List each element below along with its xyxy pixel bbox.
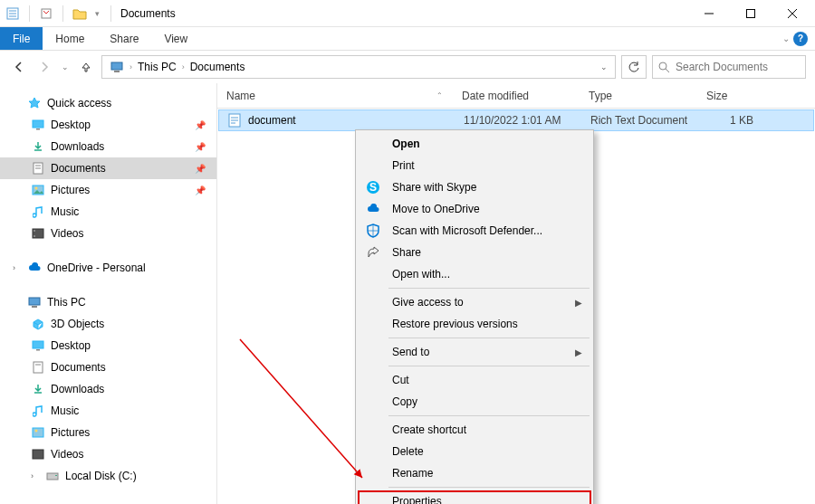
svg-rect-13	[33, 120, 43, 128]
svg-rect-35	[55, 475, 57, 476]
svg-rect-34	[47, 473, 58, 480]
sidebar-item-pictures[interactable]: Pictures 📌	[0, 179, 216, 201]
downloads-icon	[31, 139, 45, 154]
onedrive-header[interactable]: › OneDrive - Personal	[0, 257, 216, 279]
address-dropdown-icon[interactable]: ⌄	[600, 62, 608, 71]
pin-icon: 📌	[195, 120, 206, 130]
menu-restore[interactable]: Restore previous versions	[358, 313, 591, 335]
navigation-bar: ⌄ › This PC › Documents ⌄ Search Documen…	[0, 51, 815, 83]
breadcrumb-folder[interactable]: Documents	[187, 59, 249, 75]
cloud-icon	[27, 261, 42, 275]
music-icon	[31, 204, 45, 219]
file-size: 1 KB	[699, 114, 762, 127]
chevron-right-icon[interactable]: ›	[182, 62, 185, 71]
network-header[interactable]: › Network	[0, 499, 216, 504]
svg-rect-27	[36, 349, 40, 351]
recent-dropdown-icon[interactable]: ⌄	[60, 57, 71, 77]
qat-properties-icon[interactable]	[39, 6, 53, 21]
file-type: Rich Text Document	[581, 114, 699, 127]
menu-skype[interactable]: S Share with Skype	[358, 176, 591, 198]
pictures-icon	[31, 425, 45, 440]
sidebar-item-local-disk[interactable]: › Local Disk (C:)	[0, 465, 216, 487]
this-pc-header[interactable]: This PC	[0, 291, 216, 313]
shield-icon	[365, 223, 381, 239]
column-size[interactable]: Size	[697, 90, 761, 102]
sidebar-item-music[interactable]: Music	[0, 201, 216, 223]
menu-cut[interactable]: Cut	[358, 369, 591, 391]
sidebar-item-desktop-pc[interactable]: Desktop	[0, 335, 216, 357]
menu-print[interactable]: Print	[358, 155, 591, 176]
context-menu: Open Print S Share with Skype Move to On…	[355, 129, 594, 504]
menu-onedrive[interactable]: Move to OneDrive	[358, 198, 591, 220]
svg-point-11	[659, 62, 666, 70]
sidebar-item-desktop[interactable]: Desktop 📌	[0, 114, 216, 136]
breadcrumb-pc[interactable]: This PC	[134, 59, 180, 75]
videos-icon	[31, 226, 45, 241]
menu-send-to[interactable]: Send to▶	[358, 341, 591, 363]
sidebar-item-videos[interactable]: Videos	[0, 223, 216, 244]
sidebar-item-downloads[interactable]: Downloads 📌	[0, 136, 216, 157]
sidebar-item-documents[interactable]: Documents 📌	[0, 157, 216, 179]
menu-share[interactable]: Share	[358, 242, 591, 263]
menu-copy[interactable]: Copy	[358, 391, 591, 413]
help-icon[interactable]: ?	[793, 32, 808, 46]
sidebar-item-downloads-pc[interactable]: Downloads	[0, 378, 216, 400]
sidebar-item-videos-pc[interactable]: Videos	[0, 443, 216, 465]
maximize-button[interactable]	[730, 0, 772, 27]
forward-button[interactable]	[34, 57, 54, 77]
tab-home[interactable]: Home	[43, 27, 97, 50]
svg-text:S: S	[369, 181, 377, 194]
ribbon-expand-icon[interactable]: ⌄	[782, 33, 790, 43]
svg-rect-25	[32, 306, 37, 308]
column-type[interactable]: Type	[580, 90, 697, 102]
menu-shortcut[interactable]: Create shortcut	[358, 419, 591, 441]
menu-give-access[interactable]: Give access to▶	[358, 291, 591, 313]
menu-properties[interactable]: Properties	[358, 490, 591, 504]
ribbon-tabs: File Home Share View ⌄ ?	[0, 27, 815, 51]
desktop-icon	[31, 338, 45, 353]
menu-rename[interactable]: Rename	[358, 462, 591, 484]
tab-file[interactable]: File	[0, 27, 43, 50]
rtf-file-icon	[228, 113, 241, 128]
sidebar-item-3dobjects[interactable]: 3D Objects	[0, 313, 216, 335]
svg-rect-6	[747, 9, 755, 17]
refresh-button[interactable]	[621, 55, 647, 79]
downloads-icon	[31, 382, 45, 396]
file-name: document	[248, 114, 296, 127]
chevron-right-icon[interactable]: ›	[129, 62, 132, 71]
menu-delete[interactable]: Delete	[358, 441, 591, 462]
column-modified[interactable]: Date modified	[453, 90, 580, 102]
up-button[interactable]	[76, 57, 96, 77]
tab-view[interactable]: View	[151, 27, 200, 50]
sidebar-item-pictures-pc[interactable]: Pictures	[0, 422, 216, 443]
qat-dropdown-icon[interactable]: ▾	[92, 6, 101, 21]
address-bar[interactable]: › This PC › Documents ⌄	[101, 55, 616, 79]
tab-share[interactable]: Share	[97, 27, 151, 50]
svg-rect-33	[33, 450, 43, 459]
app-icon	[5, 6, 20, 21]
menu-open-with[interactable]: Open with...	[358, 263, 591, 285]
pictures-icon	[31, 183, 45, 197]
file-row[interactable]: document 11/10/2022 1:01 AM Rich Text Do…	[218, 109, 814, 131]
svg-rect-10	[114, 71, 120, 72]
sidebar-item-music-pc[interactable]: Music	[0, 400, 216, 422]
minimize-button[interactable]	[688, 0, 730, 27]
chevron-right-icon: ›	[31, 471, 40, 480]
sort-indicator-icon: ⌃	[436, 91, 443, 100]
svg-rect-14	[36, 128, 40, 130]
pc-icon	[106, 59, 128, 75]
quick-access-header[interactable]: Quick access	[0, 92, 216, 114]
pin-icon: 📌	[195, 164, 206, 174]
search-input[interactable]: Search Documents	[652, 55, 806, 79]
column-name[interactable]: Name⌃	[217, 90, 453, 102]
svg-rect-22	[34, 230, 35, 232]
svg-point-32	[35, 430, 38, 433]
back-button[interactable]	[9, 57, 29, 77]
title-bar: ▾ Documents	[0, 0, 815, 27]
menu-open[interactable]: Open	[358, 133, 591, 155]
svg-rect-28	[34, 362, 43, 373]
sidebar-item-documents-pc[interactable]: Documents	[0, 357, 216, 378]
svg-line-12	[666, 69, 669, 72]
menu-defender[interactable]: Scan with Microsoft Defender...	[358, 220, 591, 242]
close-button[interactable]	[772, 0, 813, 27]
